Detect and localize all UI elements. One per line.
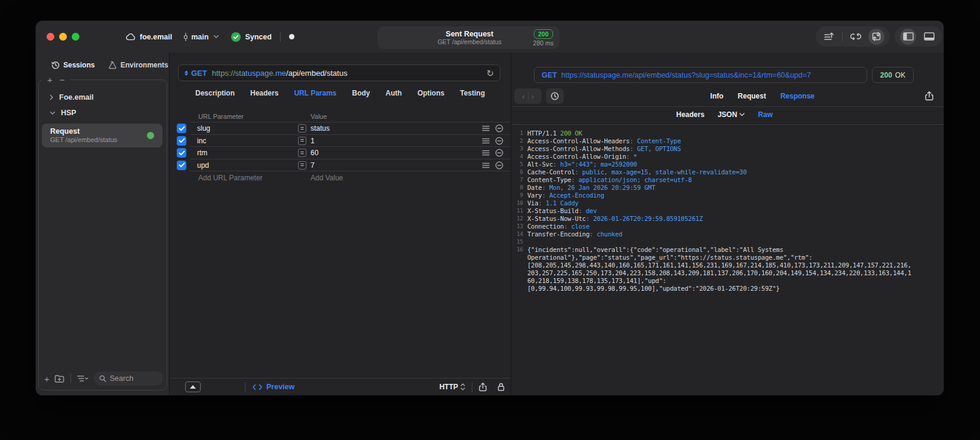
tab-options[interactable]: Options: [417, 89, 444, 101]
add-param-name-placeholder[interactable]: Add URL Parameter: [198, 174, 311, 182]
add-item-button[interactable]: +: [44, 374, 50, 384]
sent-request-url-box[interactable]: GET https://statuspage.me/api/embed/stat…: [534, 67, 867, 83]
param-name[interactable]: upd: [197, 161, 298, 170]
row-lines-icon[interactable]: [482, 162, 490, 168]
line-number: 10: [511, 199, 523, 207]
method-selector[interactable]: GET: [191, 69, 207, 78]
url-scheme: https://: [212, 69, 235, 78]
row-lines-icon[interactable]: [482, 125, 490, 131]
param-name[interactable]: inc: [197, 137, 298, 145]
url-param-row[interactable]: rtm=60: [170, 147, 511, 159]
request-summary-pill[interactable]: Sent Request GET /api/embed/status 200 2…: [377, 26, 560, 49]
request-list-item-selected[interactable]: Request GET /api/embed/status: [42, 124, 162, 147]
request-url-bar[interactable]: GET https://statuspage.me/api/embed/stat…: [178, 64, 500, 81]
response-code-line: 60,218,159,138,178,135,173,141],"upd":: [511, 277, 938, 285]
remove-row-icon[interactable]: [495, 137, 503, 145]
tab-testing[interactable]: Testing: [460, 89, 485, 101]
response-code-line: 8Date: Mon, 26 Jan 2026 20:29:59 GMT: [511, 184, 938, 192]
tab-response[interactable]: Response: [781, 92, 815, 100]
forward-button[interactable]: ›: [529, 92, 537, 101]
tab-request[interactable]: Request: [738, 92, 766, 100]
subtab-raw[interactable]: Raw: [758, 110, 773, 119]
tab-headers[interactable]: Headers: [250, 89, 278, 101]
remove-session-button[interactable]: −: [60, 75, 65, 84]
url-param-row[interactable]: inc=1: [170, 135, 511, 147]
remove-row-icon[interactable]: [495, 149, 503, 157]
tab-url-params[interactable]: URL Params: [294, 89, 336, 101]
row-lines-icon[interactable]: [482, 150, 490, 156]
preview-button[interactable]: Preview: [253, 383, 294, 391]
updown-chevrons-icon: [460, 383, 465, 390]
reload-icon[interactable]: ↻: [486, 69, 494, 78]
tree-item-foe-email[interactable]: Foe.email: [39, 90, 167, 105]
param-value[interactable]: 60: [311, 149, 482, 157]
add-session-button[interactable]: +: [47, 75, 53, 84]
close-window-button[interactable]: [47, 33, 54, 41]
sync-loop-icon: [850, 32, 861, 41]
tab-auth[interactable]: Auth: [386, 89, 402, 101]
param-value[interactable]: 1: [311, 137, 482, 145]
minimize-window-button[interactable]: [59, 33, 67, 41]
response-code-line: 5Alt-Svc: h3=":443"; ma=2592000: [511, 161, 938, 168]
remove-row-icon[interactable]: [495, 124, 503, 133]
preview-label: Preview: [266, 383, 294, 391]
equals-icon: =: [298, 124, 306, 133]
row-lines-icon[interactable]: [482, 138, 490, 144]
new-folder-icon[interactable]: [54, 374, 64, 383]
sidebar-footer: + Search: [44, 371, 163, 386]
param-value[interactable]: status: [311, 124, 482, 133]
share-icon[interactable]: [479, 383, 487, 392]
request-summary-subtitle: GET /api/embed/status: [406, 38, 533, 45]
cloud-icon: [125, 33, 136, 41]
param-value[interactable]: 7: [311, 161, 482, 170]
response-code[interactable]: 1HTTP/1.1 200 OK2Access-Control-Allow-He…: [511, 125, 944, 293]
tab-description[interactable]: Description: [195, 89, 235, 101]
back-button[interactable]: ‹: [519, 92, 527, 101]
param-checkbox[interactable]: [177, 148, 186, 158]
tree-item-hsp[interactable]: HSP: [39, 105, 167, 121]
code-text: Alt-Svc: h3=":443"; ma=2592000: [527, 161, 637, 168]
tab-sessions[interactable]: Sessions: [51, 61, 95, 69]
record-dot[interactable]: [289, 34, 294, 39]
toggle-bottom-panel-button[interactable]: [921, 29, 937, 45]
list-order-icon[interactable]: [77, 375, 89, 382]
sync-status[interactable]: Synced: [231, 32, 271, 42]
lock-icon[interactable]: [497, 383, 505, 391]
code-text: Transfer-Encoding: chunked: [527, 230, 622, 238]
protocol-selector[interactable]: HTTP: [440, 383, 465, 391]
zoom-window-button[interactable]: [72, 33, 79, 41]
project-menu[interactable]: foe.email: [125, 33, 172, 41]
tab-body[interactable]: Body: [352, 89, 370, 101]
import-export-button[interactable]: [868, 29, 884, 45]
request-url[interactable]: https://statuspage.me/api/embed/status: [212, 69, 348, 78]
param-name[interactable]: rtm: [197, 149, 298, 157]
toggle-left-panel-button[interactable]: [900, 29, 916, 45]
branch-selector[interactable]: main: [183, 33, 219, 41]
history-button[interactable]: [546, 88, 564, 104]
tab-environments[interactable]: Environments: [108, 61, 168, 69]
code-icon: [253, 384, 262, 390]
collapse-up-button[interactable]: [185, 381, 201, 392]
param-checkbox[interactable]: [177, 124, 186, 133]
tab-info[interactable]: Info: [710, 92, 723, 100]
url-path: /api/embed/status: [286, 69, 348, 78]
line-number: [511, 254, 523, 261]
response-code-line: 9Vary: Accept-Encoding: [511, 192, 938, 199]
add-param-value-placeholder[interactable]: Add Value: [311, 174, 343, 182]
param-name[interactable]: slug: [197, 124, 298, 133]
url-param-row[interactable]: upd=7: [170, 159, 511, 172]
sort-button[interactable]: [821, 29, 837, 45]
sync-requests-button[interactable]: [847, 29, 864, 45]
subtab-json-label: JSON: [718, 110, 738, 119]
sidebar-tabs: Sessions Environments: [36, 53, 169, 78]
url-param-row[interactable]: slug=status: [170, 122, 511, 135]
param-checkbox[interactable]: [177, 161, 186, 170]
subtab-json[interactable]: JSON: [718, 110, 745, 119]
add-param-row[interactable]: Add URL Parameter Add Value: [170, 171, 511, 184]
subtab-headers[interactable]: Headers: [676, 110, 704, 119]
param-checkbox[interactable]: [177, 136, 186, 146]
sidebar-search[interactable]: Search: [94, 371, 163, 386]
code-text: Vary: Accept-Encoding: [527, 192, 604, 199]
share-icon[interactable]: [925, 91, 933, 101]
remove-row-icon[interactable]: [495, 161, 503, 170]
